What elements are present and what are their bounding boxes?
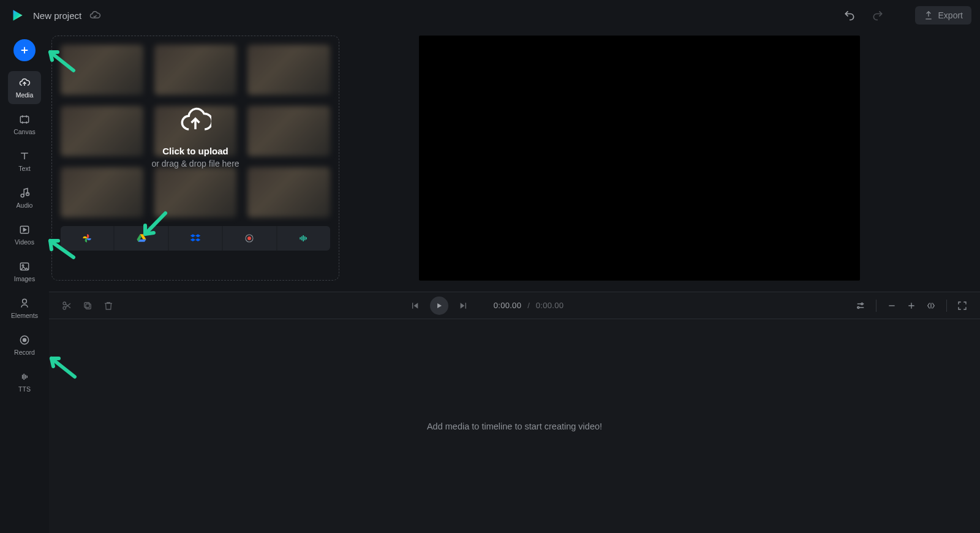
sidebar-item-label: Media xyxy=(16,91,34,99)
duplicate-button[interactable] xyxy=(78,297,97,315)
svg-point-10 xyxy=(247,236,251,240)
sidebar-item-elements[interactable]: Elements xyxy=(8,292,41,325)
sidebar-item-label: Canvas xyxy=(13,128,36,135)
zoom-out-button[interactable] xyxy=(883,297,901,315)
sidebar-item-record[interactable]: Record xyxy=(8,328,41,361)
export-label: Export xyxy=(938,10,963,20)
import-sources-row xyxy=(61,226,330,251)
project-name[interactable]: New project xyxy=(33,10,81,21)
svg-rect-14 xyxy=(85,302,89,307)
svg-rect-0 xyxy=(20,116,28,123)
time-current: 0:00.00 xyxy=(494,301,521,310)
audio-wave-icon xyxy=(298,232,310,244)
play-button[interactable] xyxy=(430,297,448,315)
timeline-area: 0:00.00 / 0:00.00 xyxy=(49,292,980,533)
upload-cloud-icon xyxy=(18,77,31,89)
source-dropbox[interactable] xyxy=(169,226,222,251)
video-preview[interactable] xyxy=(419,36,860,281)
record-icon xyxy=(244,233,255,244)
media-upload-panel[interactable]: Click to upload or drag & drop file here xyxy=(51,36,339,281)
prev-frame-button[interactable] xyxy=(405,297,424,315)
sidebar-item-label: Audio xyxy=(17,202,33,209)
delete-button[interactable] xyxy=(99,297,118,315)
play-rect-icon xyxy=(18,224,31,236)
main-area: Click to upload or drag & drop file here xyxy=(49,31,980,533)
sidebar-item-canvas[interactable]: Canvas xyxy=(8,108,41,141)
next-frame-button[interactable] xyxy=(454,297,473,315)
sidebar-item-tts[interactable]: TTS xyxy=(8,365,41,398)
redo-button[interactable] xyxy=(867,5,888,26)
time-total: 0:00.00 xyxy=(536,301,564,310)
sidebar-item-label: Text xyxy=(18,165,30,172)
image-icon xyxy=(18,260,31,273)
sidebar-item-audio[interactable]: Audio xyxy=(8,181,41,214)
frame-icon xyxy=(18,113,31,126)
upload-icon xyxy=(924,10,933,20)
source-record[interactable] xyxy=(223,226,276,251)
fit-timeline-button[interactable] xyxy=(922,297,940,315)
fullscreen-button[interactable] xyxy=(953,297,971,315)
google-photos-icon xyxy=(81,232,93,244)
export-button[interactable]: Export xyxy=(915,6,971,25)
google-drive-icon xyxy=(135,232,148,244)
sidebar-item-images[interactable]: Images xyxy=(8,255,41,288)
undo-button[interactable] xyxy=(839,5,860,26)
sidebar-item-videos[interactable]: Videos xyxy=(8,218,41,251)
timeline-placeholder: Add media to timeline to start creating … xyxy=(427,421,602,431)
sync-status-icon xyxy=(89,9,101,21)
side-nav: Media Canvas Text Audio Videos Images xyxy=(0,31,49,533)
svg-rect-13 xyxy=(86,304,91,309)
sidebar-item-media[interactable]: Media xyxy=(8,71,41,104)
sidebar-item-label: Record xyxy=(14,349,35,356)
svg-point-8 xyxy=(23,339,26,342)
sidebar-item-label: Videos xyxy=(15,238,34,246)
upper-row: Click to upload or drag & drop file here xyxy=(49,31,980,292)
sidebar-item-text[interactable]: Text xyxy=(8,145,41,178)
record-circle-icon xyxy=(18,334,31,346)
top-bar: New project Export xyxy=(0,0,980,31)
zoom-in-button[interactable] xyxy=(902,297,921,315)
playback-controls: 0:00.00 / 0:00.00 xyxy=(120,297,849,315)
app-logo-icon[interactable] xyxy=(9,7,26,24)
shapes-icon xyxy=(18,297,31,309)
time-separator: / xyxy=(527,301,530,310)
source-google-photos[interactable] xyxy=(61,226,113,251)
sidebar-item-label: Elements xyxy=(11,312,38,319)
sidebar-item-label: Images xyxy=(14,275,35,282)
split-button[interactable] xyxy=(58,297,76,315)
app-root: New project Export Media xyxy=(0,0,980,533)
source-audio-wave[interactable] xyxy=(277,226,330,251)
svg-point-5 xyxy=(22,265,24,266)
dropbox-icon xyxy=(189,232,202,244)
timeline-toolbar: 0:00.00 / 0:00.00 xyxy=(49,292,980,319)
waveform-icon xyxy=(18,371,31,383)
timeline-settings-button[interactable] xyxy=(851,297,870,315)
media-placeholder-grid xyxy=(61,45,330,217)
svg-point-6 xyxy=(23,299,27,303)
sidebar-item-label: TTS xyxy=(18,385,31,393)
timeline-empty[interactable]: Add media to timeline to start creating … xyxy=(49,319,980,533)
add-button[interactable] xyxy=(13,39,36,61)
source-google-drive[interactable] xyxy=(115,226,167,251)
text-icon xyxy=(18,150,31,162)
music-note-icon xyxy=(18,187,31,199)
timeline-zoom-controls xyxy=(851,297,971,315)
main-body: Media Canvas Text Audio Videos Images xyxy=(0,31,980,533)
